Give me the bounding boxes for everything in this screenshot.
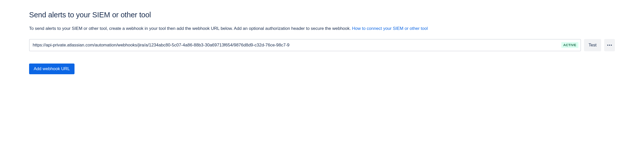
description-text: To send alerts to your SIEM or other too… [29,25,615,32]
webhook-url-text: https://api-private.atlassian.com/automa… [30,43,561,48]
siem-help-link[interactable]: How to connect your SIEM or other tool [352,26,428,31]
description-body: To send alerts to your SIEM or other too… [29,26,352,31]
status-badge: ACTIVE [561,42,578,48]
add-webhook-button[interactable]: Add webhook URL [29,64,75,74]
more-horizontal-icon [607,45,612,46]
test-button[interactable]: Test [584,39,601,51]
more-actions-button[interactable] [604,39,615,51]
page-heading: Send alerts to your SIEM or other tool [29,11,615,19]
webhook-url-field[interactable]: https://api-private.atlassian.com/automa… [29,39,581,51]
webhook-row: https://api-private.atlassian.com/automa… [29,39,615,51]
